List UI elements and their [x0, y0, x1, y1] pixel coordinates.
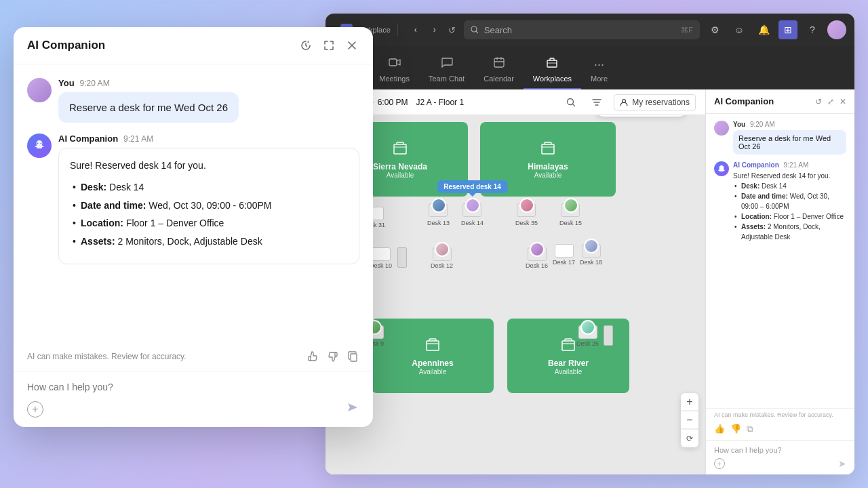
svg-rect-10	[542, 144, 554, 154]
nav-apps-icon[interactable]: ⊞	[778, 20, 797, 39]
desk-14[interactable]: Reserved desk 14 Desk 14	[461, 203, 484, 226]
mini-user-row: You 9:20 AM Reserve a desk for me Wed Oc…	[714, 121, 846, 155]
mini-user-avatar	[714, 121, 729, 136]
mini-detail-assets: Assets: 2 Monitors, Dock, Adjustable Des…	[733, 222, 846, 242]
tab-team-chat-label: Team Chat	[429, 75, 465, 83]
mini-history-icon[interactable]: ↺	[815, 97, 822, 106]
copy-button[interactable]	[347, 350, 359, 363]
desk-18-label: Desk 18	[580, 259, 602, 266]
search-shortcut: ⌘F	[681, 26, 693, 35]
tab-more[interactable]: ··· More	[581, 52, 617, 89]
search-floor-button[interactable]	[562, 94, 580, 111]
mini-expand-icon[interactable]: ⤢	[827, 97, 834, 106]
nav-history-button[interactable]: ↺	[448, 25, 456, 35]
desk-15-label: Desk 15	[559, 220, 582, 226]
desk-13-label: Desk 13	[427, 220, 450, 226]
desk-12-label: Desk 12	[431, 262, 453, 269]
mini-ai-time: 9:21 AM	[784, 161, 809, 169]
desk-18[interactable]: Desk 18	[580, 244, 602, 266]
ai-chat-input[interactable]	[27, 382, 359, 392]
zoom-in-button[interactable]: +	[681, 393, 698, 411]
floor-info: J2 A - Floor 1	[416, 98, 464, 107]
nav-settings-icon[interactable]: ⚙	[705, 20, 724, 39]
calendar-icon	[493, 56, 505, 72]
tab-meetings-label: Meetings	[379, 75, 410, 83]
desk-13-avatar	[431, 198, 446, 213]
mini-panel-icons: ↺ ⤢ ✕	[815, 97, 846, 106]
tab-workplaces[interactable]: Workplaces	[524, 51, 581, 89]
sierra-nevada-name: Sierra Nevada	[373, 162, 427, 171]
tab-meetings[interactable]: Meetings	[370, 51, 419, 89]
mini-ai-panel: AI Companion ↺ ⤢ ✕ You 9:20	[705, 89, 854, 474]
my-reservations-button[interactable]: My reservations	[614, 94, 696, 110]
room-apennines: Apennines Available	[372, 319, 494, 393]
thumbs-up-button[interactable]	[307, 350, 319, 363]
nav-search-bar[interactable]: Search ⌘F	[464, 20, 700, 39]
desk-13-container	[429, 203, 449, 218]
mini-panel-title: AI Companion	[714, 96, 774, 106]
mini-user-time: 9:20 AM	[750, 121, 775, 128]
desk-26[interactable]: Desk 26	[576, 325, 599, 347]
desk-connector-1	[397, 247, 407, 268]
mini-close-icon[interactable]: ✕	[840, 97, 846, 106]
desk-14-label: Desk 14	[461, 220, 484, 226]
mini-send-button[interactable]: ➤	[838, 458, 846, 469]
add-attachment-button[interactable]: +	[27, 401, 43, 418]
svg-rect-9	[394, 144, 406, 154]
ai-bubble: Sure! Reserved desk 14 for you. Desk: De…	[58, 148, 359, 264]
mini-ai-meta: AI Companion 9:21 AM	[733, 161, 846, 169]
my-reservations-label: My reservations	[632, 98, 690, 107]
send-button[interactable]	[346, 401, 359, 418]
ai-input-area: +	[14, 371, 373, 427]
nav-forward-button[interactable]: ›	[427, 22, 443, 38]
mini-user-meta: You 9:20 AM	[733, 121, 846, 128]
mini-ai-details: Desk: Desk 14 Date and time: Wed, Oct 30…	[733, 181, 846, 242]
mini-add-button[interactable]: +	[714, 458, 725, 469]
mini-thumbs-down[interactable]: 👎	[730, 424, 741, 434]
desk-17-shape	[555, 244, 574, 258]
desk-15[interactable]: Desk 15	[559, 203, 582, 226]
mini-ai-row: AI Companion 9:21 AM Sure! Reserved desk…	[714, 161, 846, 242]
mini-thumbs-up[interactable]: 👍	[714, 424, 725, 434]
desk-16-label: Desk 16	[526, 262, 548, 269]
teams-app: Z Workplace ‹ › ↺ Search ⌘F ⚙ ☺ 🔔	[326, 14, 854, 474]
mini-detail-location: Location: Floor 1 – Denver Office	[733, 211, 846, 222]
expand-icon[interactable]	[321, 38, 336, 53]
zoom-controls: + − ⟳	[681, 393, 698, 447]
nav-back-button[interactable]: ‹	[408, 22, 424, 38]
thumbs-down-button[interactable]	[327, 350, 339, 363]
ai-time: 9:21 AM	[123, 134, 153, 144]
close-icon[interactable]	[344, 38, 359, 53]
mini-copy[interactable]: ⧉	[747, 424, 753, 434]
desk-13[interactable]: Desk 13	[427, 203, 450, 226]
workplaces-icon	[546, 56, 558, 72]
mini-ai-intro: Sure! Reserved desk 14 for you.	[733, 171, 846, 181]
svg-rect-5	[494, 58, 504, 67]
mini-detail-desk: Desk: Desk 14	[733, 181, 846, 191]
user-profile-avatar[interactable]	[827, 20, 846, 39]
ai-companion-panel: AI Companion	[14, 27, 373, 427]
nav-emoji-icon[interactable]: ☺	[730, 20, 749, 39]
desk-12[interactable]: Desk 12	[431, 247, 453, 269]
ai-panel-title: AI Companion	[27, 39, 105, 52]
desk-connectors-right	[604, 325, 613, 346]
room-icon	[392, 140, 408, 159]
nav-help-icon[interactable]: ?	[803, 20, 822, 39]
floor-map: Sierra Nevada Available ✓ Reserved desk …	[326, 115, 705, 474]
desk-16[interactable]: Desk 16	[526, 247, 548, 269]
apennines-status: Available	[419, 368, 446, 375]
tab-calendar[interactable]: Calendar	[474, 51, 524, 89]
tab-team-chat[interactable]: Team Chat	[419, 51, 474, 89]
nav-bell-icon[interactable]: 🔔	[754, 20, 773, 39]
mini-user-name: You	[733, 121, 745, 128]
desk-17[interactable]: Desk 17	[553, 244, 575, 266]
mini-ai-name: AI Companion	[733, 161, 779, 169]
history-icon[interactable]	[298, 38, 313, 53]
desk-35[interactable]: Desk 35	[515, 203, 538, 226]
connector-right-shape	[604, 325, 613, 346]
mini-user-bubble: Reserve a desk for me Wed Oct 26	[733, 130, 846, 155]
desk-35-label: Desk 35	[515, 220, 538, 226]
filter-button[interactable]	[588, 94, 606, 111]
zoom-reset-button[interactable]: ⟳	[681, 430, 698, 447]
zoom-out-button[interactable]: −	[681, 411, 698, 429]
